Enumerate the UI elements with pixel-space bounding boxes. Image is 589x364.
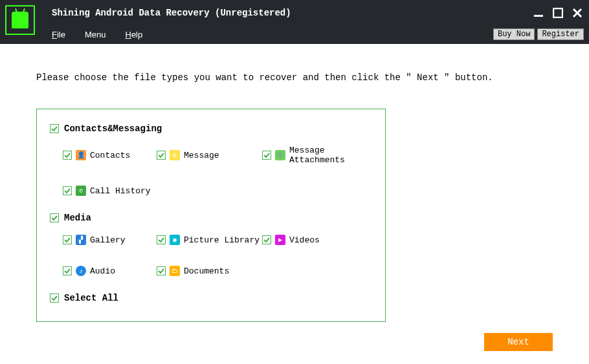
checkbox-contacts[interactable] [63, 151, 72, 160]
checkbox-picture-library[interactable] [157, 235, 166, 244]
menu-help[interactable]: Help [126, 30, 143, 39]
label-gallery: Gallery [90, 235, 126, 245]
titlebar: Shining Android Data Recovery (Unregiste… [0, 0, 589, 44]
android-icon [12, 12, 28, 28]
checkbox-videos[interactable] [262, 235, 271, 244]
phone-icon: ✆ [76, 186, 86, 196]
select-all-row: Select All [50, 293, 372, 303]
registration-buttons: Buy Now Register [493, 28, 584, 40]
item-picture-library: ◉ Picture Library [157, 235, 262, 245]
section-label-media: Media [64, 213, 91, 223]
next-button[interactable]: Next [484, 333, 553, 351]
svg-rect-1 [553, 8, 562, 17]
checkbox-gallery[interactable] [63, 235, 72, 244]
minimize-button[interactable] [533, 8, 544, 18]
label-attachments: Message Attachments [289, 145, 375, 165]
maximize-icon [553, 8, 563, 18]
label-documents: Documents [184, 266, 229, 276]
menu-file[interactable]: File [52, 30, 65, 39]
close-icon [572, 8, 583, 18]
svg-rect-0 [534, 15, 543, 17]
attachment-icon: 📎 [275, 150, 285, 160]
checkbox-documents[interactable] [157, 266, 166, 275]
message-icon: ✉ [170, 150, 180, 160]
label-call-history: Call History [90, 186, 151, 196]
item-videos: ▶ Videos [262, 235, 375, 245]
video-icon: ▶ [275, 235, 285, 245]
instruction-text: Please choose the file types you want to… [36, 44, 553, 83]
label-audio: Audio [90, 266, 115, 276]
checkbox-message[interactable] [157, 151, 166, 160]
audio-icon: ♪ [76, 266, 86, 276]
section-label-contacts: Contacts&Messaging [64, 123, 162, 134]
checkbox-call-history[interactable] [63, 186, 72, 195]
item-attachments: 📎 Message Attachments [262, 145, 375, 165]
window-title: Shining Android Data Recovery (Unregiste… [52, 8, 291, 18]
checkbox-select-all[interactable] [50, 294, 59, 303]
section-contacts-messaging: Contacts&Messaging [50, 123, 372, 134]
gallery-icon: ▞ [76, 235, 86, 245]
media-items-grid: ▞ Gallery ◉ Picture Library ▶ Videos ♪ A… [63, 235, 372, 276]
label-message: Message [184, 151, 219, 160]
section-media: Media [50, 213, 372, 223]
folder-icon: 🗀 [170, 266, 180, 276]
maximize-button[interactable] [553, 8, 563, 18]
checkbox-attachments[interactable] [262, 151, 271, 160]
item-call-history: ✆ Call History [63, 186, 157, 196]
item-audio: ♪ Audio [63, 266, 157, 276]
contacts-items-grid: 👤 Contacts ✉ Message 📎 Message Attachmen… [63, 145, 372, 196]
contacts-icon: 👤 [76, 150, 86, 160]
close-button[interactable] [572, 8, 583, 18]
menu-menu[interactable]: Menu [85, 30, 106, 39]
register-button[interactable]: Register [537, 28, 584, 40]
file-types-panel: Contacts&Messaging 👤 Contacts ✉ Message … [36, 109, 386, 322]
buy-now-button[interactable]: Buy Now [493, 28, 535, 40]
label-contacts: Contacts [90, 151, 130, 160]
item-message: ✉ Message [157, 145, 262, 165]
item-documents: 🗀 Documents [157, 266, 262, 276]
select-all-label: Select All [64, 293, 118, 303]
checkbox-audio[interactable] [63, 266, 72, 275]
menubar: File Menu Help [52, 30, 142, 39]
minimize-icon [533, 8, 544, 18]
item-gallery: ▞ Gallery [63, 235, 157, 245]
checkbox-media[interactable] [50, 213, 59, 222]
label-picture-library: Picture Library [184, 235, 260, 245]
item-contacts: 👤 Contacts [63, 145, 157, 165]
checkbox-contacts-messaging[interactable] [50, 124, 59, 133]
content-area: Please choose the file types you want to… [0, 44, 589, 364]
app-logo [5, 5, 35, 35]
window-controls [533, 8, 583, 18]
picture-icon: ◉ [170, 235, 180, 245]
label-videos: Videos [289, 235, 320, 245]
